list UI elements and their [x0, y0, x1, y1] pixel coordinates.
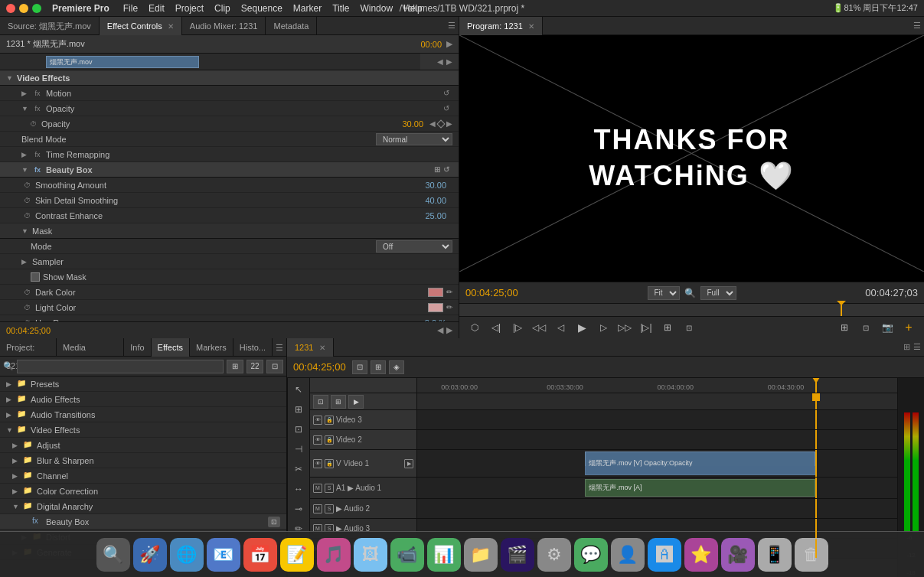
- tool-razor[interactable]: ✂: [290, 461, 307, 478]
- tl-btn-markers[interactable]: ◈: [389, 360, 404, 374]
- ruler-marks[interactable]: 00:03:00:00 00:03:30:00 00:04:00:00 00:0…: [417, 378, 897, 393]
- dock-numbers[interactable]: 📊: [427, 538, 461, 572]
- audio-clip-1[interactable]: 烟黑无声.mov [A]: [585, 479, 815, 497]
- a1-solo-icon[interactable]: S: [325, 484, 334, 493]
- playhead-handle[interactable]: [812, 393, 820, 401]
- motion-expand[interactable]: ▶: [21, 90, 29, 97]
- a2-solo-icon[interactable]: S: [325, 504, 334, 513]
- ctrl-settings-a[interactable]: ⊞: [835, 320, 854, 335]
- tree-audio-effects[interactable]: ▶ 📁 Audio Effects: [0, 392, 286, 407]
- ctrl-add-button[interactable]: +: [900, 320, 918, 335]
- opacity-reset[interactable]: ↺: [443, 104, 449, 112]
- opacity-expand[interactable]: ▼: [21, 105, 29, 112]
- smoothing-value[interactable]: 30.00: [425, 181, 446, 190]
- scroll-left-icon[interactable]: ◀: [437, 57, 443, 66]
- program-panel-menu[interactable]: ☰: [913, 21, 921, 31]
- tree-video-effects[interactable]: ▼ 📁 Video Effects: [0, 422, 286, 438]
- menu-project[interactable]: Project: [172, 3, 207, 14]
- dock-settings[interactable]: ⚙: [537, 538, 571, 572]
- ep-tab-histo[interactable]: Histo...: [233, 338, 273, 357]
- mask-expand[interactable]: ▼: [21, 227, 29, 235]
- ctrl-step-back[interactable]: |▷: [508, 320, 527, 335]
- v1-lock-icon[interactable]: 🔒: [325, 459, 334, 468]
- menu-file[interactable]: File: [120, 3, 141, 14]
- tree-adjust[interactable]: ▶ 📁 Adjust: [0, 438, 286, 453]
- dark-color-stopwatch[interactable]: ⏱: [21, 287, 32, 298]
- ep-tab-info[interactable]: Info: [124, 338, 151, 357]
- dock-premiere2[interactable]: 🎥: [721, 538, 755, 572]
- view-size-btn[interactable]: 22: [247, 360, 263, 373]
- dock-music[interactable]: 🎵: [317, 538, 351, 572]
- dock-calendar[interactable]: 📅: [243, 538, 277, 572]
- ctrl-step-fwd[interactable]: |▷|: [637, 320, 655, 335]
- tree-beauty-box[interactable]: fx Beauty Box ⊡: [0, 514, 286, 530]
- tab-audio-mixer[interactable]: Audio Mixer: 1231: [182, 17, 266, 35]
- dock-messages[interactable]: 💬: [574, 538, 608, 572]
- effects-search-input[interactable]: [17, 360, 224, 373]
- ctrl-mark-out[interactable]: ◁|: [487, 320, 505, 335]
- ep-tab-project[interactable]: Project: 321: [0, 338, 57, 357]
- tool-slip[interactable]: ↔: [290, 481, 307, 497]
- tool-slide[interactable]: ⊸: [290, 500, 307, 517]
- v1-expand-icon[interactable]: ▶: [404, 459, 413, 468]
- show-mask-checkbox[interactable]: [31, 272, 40, 282]
- ctrl-step-frame-fwd[interactable]: ▷: [594, 320, 612, 335]
- tool-select[interactable]: ↖: [290, 381, 307, 398]
- dock-notes[interactable]: 📝: [280, 538, 314, 572]
- scroll-prev[interactable]: ◀: [437, 325, 443, 335]
- tab-close-icon[interactable]: ✕: [168, 22, 174, 31]
- v3-eye-icon[interactable]: 👁: [313, 416, 322, 425]
- expand-arrow[interactable]: ▼: [6, 74, 14, 82]
- tree-blur-sharpen[interactable]: ▶ 📁 Blur & Sharpen: [0, 453, 286, 468]
- contrast-stopwatch[interactable]: ⏱: [21, 210, 32, 221]
- dock-vectorize[interactable]: ⭐: [684, 538, 718, 572]
- insert-btn[interactable]: ⊞: [331, 395, 346, 409]
- tab-metadata[interactable]: Metadata: [266, 17, 317, 35]
- dark-color-pencil[interactable]: ✏: [446, 288, 452, 296]
- sampler-expand[interactable]: ▶: [21, 258, 29, 266]
- a1-mute-icon[interactable]: M: [313, 484, 322, 493]
- tool-rate-stretch[interactable]: ⊣: [290, 441, 307, 458]
- tab-source[interactable]: Source: 烟黑无声.mov: [0, 17, 100, 35]
- ctrl-mark-in[interactable]: ⬡: [465, 320, 484, 335]
- link-icon[interactable]: ⊞: [434, 165, 440, 174]
- tree-digital-anarchy[interactable]: ▼ 📁 Digital Anarchy: [0, 499, 286, 514]
- light-color-pencil[interactable]: ✏: [446, 303, 452, 311]
- maximize-button[interactable]: [32, 4, 41, 13]
- view-grid-btn[interactable]: ⊡: [266, 360, 283, 373]
- menu-sequence[interactable]: Sequence: [238, 3, 286, 14]
- dock-premiere[interactable]: 🎬: [501, 538, 534, 572]
- opacity-stopwatch[interactable]: ⏱: [28, 119, 38, 129]
- dock-iphone[interactable]: 📱: [758, 538, 792, 572]
- keyframe-diamond[interactable]: [436, 119, 445, 128]
- overwrite-btn[interactable]: ▶: [348, 395, 364, 409]
- dock-photos[interactable]: 🖼: [354, 538, 387, 572]
- menu-clip[interactable]: Clip: [211, 3, 233, 14]
- fit-select[interactable]: Fit: [648, 286, 680, 300]
- tl-menu-icon[interactable]: ☰: [913, 342, 921, 352]
- tl-btn-link[interactable]: ⊞: [371, 360, 386, 374]
- view-list-btn[interactable]: ⊞: [227, 360, 243, 373]
- track-content-video2[interactable]: [417, 430, 897, 449]
- motion-reset[interactable]: ↺: [443, 89, 449, 97]
- track-content-audio2[interactable]: [417, 499, 897, 518]
- dock-safari[interactable]: 🌐: [170, 538, 204, 572]
- quality-select[interactable]: Full: [700, 286, 736, 300]
- ctrl-export-frame[interactable]: 📷: [878, 320, 896, 335]
- ep-tab-markers[interactable]: Markers: [190, 338, 233, 357]
- tree-presets[interactable]: ▶ 📁 Presets: [0, 377, 286, 392]
- tl-tab-1231[interactable]: 1231 ✕: [287, 338, 334, 357]
- beauty-box-expand[interactable]: ▼: [21, 166, 29, 174]
- ctrl-play[interactable]: ▶: [573, 320, 591, 335]
- v2-eye-icon[interactable]: 👁: [313, 435, 322, 445]
- track-content-video3[interactable]: [417, 410, 897, 429]
- dock-facetime[interactable]: 📹: [390, 538, 424, 572]
- expand-icon[interactable]: ▶: [446, 39, 452, 49]
- light-color-swatch[interactable]: [428, 303, 443, 312]
- scroll-next[interactable]: ▶: [446, 325, 452, 335]
- v3-lock-icon[interactable]: 🔒: [325, 416, 334, 425]
- time-remap-expand[interactable]: ▶: [21, 151, 29, 158]
- zoom-icon[interactable]: 🔍: [684, 288, 696, 298]
- tree-color-correction[interactable]: ▶ 📁 Color Correction: [0, 484, 286, 499]
- v2-lock-icon[interactable]: 🔒: [325, 435, 334, 445]
